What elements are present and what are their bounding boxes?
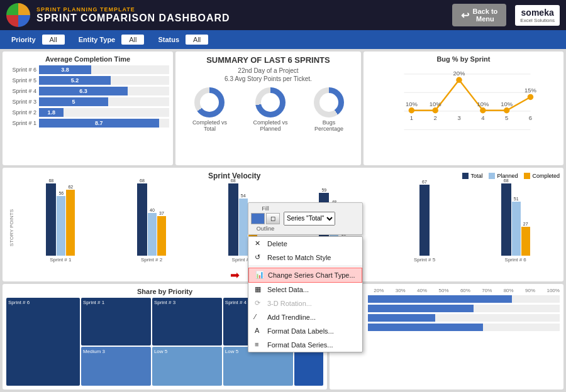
svg-text:15%: 15% [524,87,536,94]
entity-filter: Entity Type All [72,35,151,45]
bar-value: 6.3 [79,88,87,94]
svg-point-4 [408,107,414,113]
avg-chart-title: Average Completion Time [6,55,169,63]
status-label: Status [152,35,186,45]
bar-label: Sprint # 2 [6,109,36,116]
bars-group: 67 [419,183,430,256]
bar-container: 1.8 [39,108,169,117]
cm-item-add-trendline...[interactable]: ∕Add Trendline... [248,310,362,324]
bar-row: Sprint # 4 6.3 [6,87,169,95]
tree-sub-1: Medium 3 [81,347,151,386]
template-label: SPRINT PLANNING TEMPLATE [36,6,452,13]
total-label: 68 [48,178,53,183]
cm-item-delete[interactable]: ✕Delete [248,237,362,251]
bar-container: 6.3 [39,87,169,95]
context-menu: ✕Delete↺Reset to Match Style📊Change Seri… [248,236,363,352]
velocity-legend: TotalPlannedCompleted [462,173,560,179]
svg-text:10%: 10% [477,101,489,107]
tree-block-1-col: Sprint # 1 Medium 3 [81,298,151,386]
prog-bar-outer [368,314,560,322]
cm-icon: A [255,327,264,335]
cm-item-3-d-rotation...[interactable]: ⟳3-D Rotation... [248,297,362,310]
donut-label: Completed vs Planned [253,119,287,132]
cm-icon: ↺ [255,253,264,262]
tree-block-0: Sprint # 6 [6,298,80,386]
header: SPRINT PLANNING TEMPLATE SPRINT COMPARIS… [0,0,566,30]
cm-item-format-data-series...[interactable]: ≡Format Data Series... [248,338,362,352]
donut-hole [200,93,219,112]
bar-container: 5.2 [39,76,169,85]
bar-fill: 6.3 [39,87,128,95]
total-bar-wrap: 68 [137,178,147,256]
prog-bar-outer [368,295,560,303]
entity-value[interactable]: All [121,35,144,45]
context-menu-top-bar: Fill ◻ Outline Series "Total" [248,202,363,235]
planned-bar-wrap: 54 [239,193,248,256]
donut-label: Completed vs Total [192,119,227,132]
svg-text:1: 1 [410,114,413,121]
donut-item: Bugs Percentage [314,87,344,132]
fill-color-swatch[interactable] [251,213,265,224]
sprint-group: 67 Sprint # 5 [380,183,469,263]
prog-bar-inner [368,305,474,312]
total-label: 68 [140,178,145,183]
completed-bar [521,227,530,256]
cm-icon: ▦ [255,285,264,294]
summary-box: SUMMARY OF LAST 6 SPRINTS 22nd Day of a … [175,52,361,165]
donut-hole [261,93,280,112]
cm-label: Format Data Labels... [267,327,334,335]
planned-label: 51 [514,197,519,201]
filter-bar: Priority All Entity Type All Status All [0,30,566,49]
avg-bars-container: Sprint # 6 3.8 Sprint # 5 5.2 Sprint # 4… [6,65,169,128]
bar-label: Sprint # 3 [6,99,36,105]
entity-label: Entity Type [72,35,121,45]
bar-value: 1.8 [47,109,55,116]
cm-label: 3-D Rotation... [267,300,312,307]
legend-item: Total [462,173,482,179]
bar-container: 8.7 [39,119,169,128]
planned-label: 40 [150,208,155,212]
planned-label: 56 [58,191,64,195]
cm-item-reset-to-match-style[interactable]: ↺Reset to Match Style [248,251,362,264]
outline-icon[interactable]: ◻ [266,213,280,224]
cm-icon: ≡ [255,340,264,349]
svg-point-7 [480,107,486,113]
priority-filter: Priority All [5,35,71,45]
bar-fill: 8.7 [39,119,159,128]
dashboard-title: SPRINT COMPARISON DASHBOARD [36,13,452,24]
bar-value: 3.8 [61,67,69,73]
bar-label: Sprint # 5 [6,77,36,84]
cm-item-format-data-labels...[interactable]: AFormat Data Labels... [248,324,362,338]
completed-bar-wrap: 37 [157,211,166,256]
tree-block-2: Sprint # 3 [152,298,222,346]
context-menu-overlay: Fill ◻ Outline Series "Total" ✕Delete↺Re… [248,202,363,352]
total-bar-wrap: 68 [501,178,511,256]
header-titles: SPRINT PLANNING TEMPLATE SPRINT COMPARIS… [36,6,452,24]
legend-dot [489,173,495,179]
summary-title: SUMMARY OF LAST 6 SPRINTS [179,55,357,65]
total-bar-wrap: 68 [46,178,56,256]
svg-point-8 [504,107,509,113]
cm-item-select-data...[interactable]: ▦Select Data... [248,283,362,297]
bar-fill: 1.8 [39,108,64,117]
total-label: 59 [321,188,326,192]
series-dropdown[interactable]: Series "Total" [284,212,335,226]
priority-value[interactable]: All [42,35,65,45]
bar-label: Sprint # 1 [6,120,36,126]
planned-bar-wrap: 51 [512,197,521,256]
arrow-indicator: ➡ [230,268,240,282]
back-to-menu-button[interactable]: ↩ Back toMenu [452,4,507,26]
bug-line-area: 1 2 3 4 5 6 10% 10% 20% 10% 10% 15% [367,67,560,148]
cm-item-change-series-chart-type...[interactable]: 📊Change Series Chart Type...➡ [248,268,362,283]
planned-bar [148,213,157,256]
sprint-x-label: Sprint # 5 [414,257,435,263]
status-value[interactable]: All [186,35,208,45]
velocity-header: Sprint Velocity TotalPlannedCompleted [6,172,560,180]
completed-label: 62 [68,185,73,189]
summary-line1: 22nd Day of a Project [179,67,357,74]
svg-text:10%: 10% [430,101,441,107]
total-label: 67 [422,180,427,184]
priority-label: Priority [5,35,42,45]
legend-item: Completed [524,173,560,179]
status-filter: Status All [152,35,214,45]
